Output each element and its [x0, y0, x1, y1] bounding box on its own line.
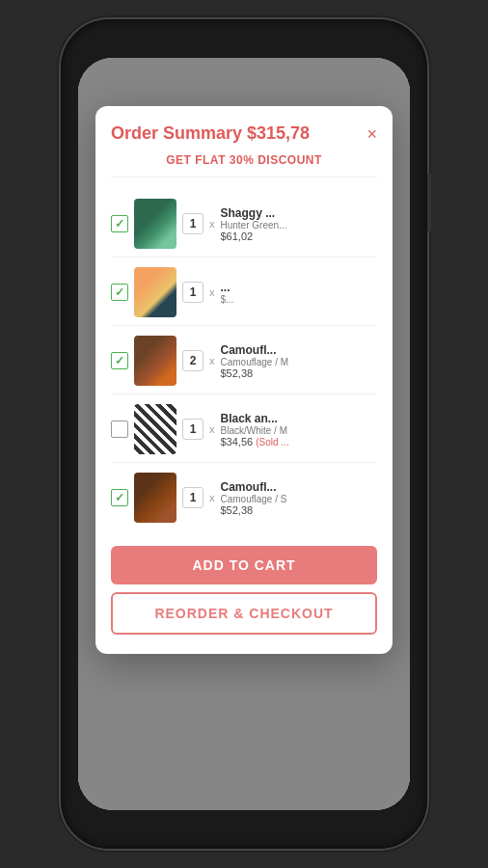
modal-title: Order Summary $315,78 [111, 123, 310, 144]
item-1-price: $61,02 [221, 231, 378, 242]
list-item: 1 x Shaggy ... Hunter Green... $61,02 [111, 191, 377, 258]
item-5-variant: Camouflage / S [221, 494, 378, 504]
item-5-multiply: x [209, 492, 215, 503]
item-2-name: ... [221, 281, 378, 294]
screen-background: Payment Status Pending Fulfillment Statu… [78, 58, 410, 810]
modal-header: Order Summary $315,78 × [111, 123, 377, 144]
item-3-checkbox[interactable] [111, 352, 128, 369]
item-3-variant: Camouflage / M [221, 357, 378, 367]
item-1-quantity[interactable]: 1 [182, 213, 203, 234]
item-1-thumbnail [134, 199, 176, 249]
reorder-checkout-button[interactable]: REORDER & CHECKOUT [111, 592, 377, 635]
list-item: 1 x Black an... Black/White / M $34,56 (… [111, 396, 377, 463]
sold-out-label: (Sold ... [256, 437, 288, 448]
item-1-multiply: x [209, 218, 215, 230]
item-5-checkbox[interactable] [111, 489, 128, 506]
list-item: 1 x Camoufl... Camouflage / S $52,38 [111, 465, 377, 530]
item-3-price: $52,38 [221, 367, 378, 379]
item-5-quantity[interactable]: 1 [182, 487, 203, 508]
order-summary-modal: Order Summary $315,78 × GET FLAT 30% DIS… [95, 106, 393, 654]
item-5-thumbnail [134, 473, 176, 523]
list-item: 1 x ... $... [111, 259, 377, 326]
item-5-name: Camoufl... [221, 480, 378, 494]
close-button[interactable]: × [366, 125, 377, 143]
item-2-thumbnail [134, 267, 176, 317]
item-1-info: Shaggy ... Hunter Green... $61,02 [221, 206, 378, 242]
item-3-thumbnail [134, 336, 176, 386]
item-3-info: Camoufl... Camouflage / M $52,38 [221, 343, 378, 379]
item-5-price: $52,38 [221, 504, 378, 516]
item-2-variant: $... [221, 294, 378, 305]
item-5-info: Camoufl... Camouflage / S $52,38 [221, 480, 378, 516]
item-4-info: Black an... Black/White / M $34,56 (Sold… [221, 412, 378, 448]
phone-frame: Payment Status Pending Fulfillment Statu… [61, 19, 427, 849]
add-to-cart-button[interactable]: ADD TO CART [111, 546, 377, 584]
item-4-multiply: x [209, 423, 215, 435]
item-4-quantity[interactable]: 1 [182, 419, 203, 440]
item-4-name: Black an... [221, 412, 378, 425]
item-2-info: ... $... [221, 281, 378, 305]
item-1-name: Shaggy ... [221, 206, 378, 220]
item-1-checkbox[interactable] [111, 215, 128, 232]
item-4-thumbnail [134, 404, 176, 454]
item-3-name: Camoufl... [221, 343, 378, 357]
item-4-price: $34,56 (Sold ... [221, 436, 378, 448]
phone-screen: Payment Status Pending Fulfillment Statu… [78, 58, 410, 810]
item-1-variant: Hunter Green... [221, 220, 378, 231]
discount-banner: GET FLAT 30% DISCOUNT [111, 153, 377, 177]
item-2-checkbox[interactable] [111, 284, 128, 301]
items-list: 1 x Shaggy ... Hunter Green... $61,02 [111, 191, 377, 530]
item-3-multiply: x [209, 355, 215, 366]
item-3-quantity[interactable]: 2 [182, 350, 203, 371]
item-2-quantity[interactable]: 1 [182, 282, 203, 303]
modal-overlay: Order Summary $315,78 × GET FLAT 30% DIS… [78, 58, 410, 810]
item-2-multiply: x [209, 286, 215, 298]
item-4-variant: Black/White / M [221, 425, 378, 436]
item-4-checkbox[interactable] [111, 420, 128, 438]
list-item: 2 x Camoufl... Camouflage / M $52,38 [111, 328, 377, 394]
